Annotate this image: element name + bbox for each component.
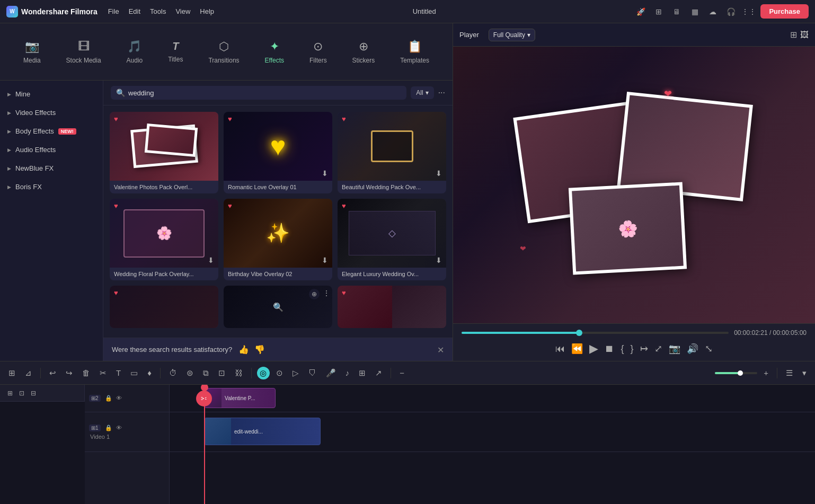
quality-selector[interactable]: Full Quality ▾ [489,29,535,41]
sidebar-item-video-effects[interactable]: ▶ Video Effects [0,103,103,122]
more-options-icon[interactable]: ··· [438,88,445,98]
progress-track[interactable] [462,332,729,334]
shield-button[interactable]: ⛉ [305,366,320,379]
monitor-icon[interactable]: 🖥 [670,5,683,18]
marker-in-button[interactable]: { [621,343,624,355]
lock-icon-1[interactable]: 🔒 [105,425,112,431]
purchase-button[interactable]: Purchase [760,4,809,19]
grid-view-button[interactable]: ⊞ [790,30,797,40]
effect-card-5[interactable]: ♥ ✨ ⬇ Birthday Vibe Overlay 02 [224,199,332,280]
undo-button[interactable]: ↩ [46,366,59,380]
clone-button[interactable]: ⧉ [200,366,212,380]
search-bar: 🔍 All ▾ ··· [103,81,453,105]
fullscreen-button[interactable]: ⤢ [654,343,662,355]
tab-audio[interactable]: 🎵 Audio [118,36,152,68]
eye-icon-2[interactable]: 👁 [116,395,122,401]
export-button[interactable]: ↗ [372,366,385,380]
sidebar-item-body-effects[interactable]: ▶ Body Effects NEW! [0,122,103,140]
track-settings-button[interactable]: ⊡ [16,387,28,399]
sidebar-item-boris-fx[interactable]: ▶ Boris FX [0,178,103,196]
tab-media[interactable]: 📷 Media [15,36,49,68]
zoom-out-button[interactable]: − [396,366,408,379]
effect-card-6[interactable]: ♥ ◇ ⬇ Elegant Luxury Wedding Ov... [338,199,446,280]
stop-button[interactable]: ⏹ [605,343,614,355]
thumbs-down-icon[interactable]: 👎 [254,344,265,355]
settings-button[interactable]: ⤡ [705,343,713,355]
audio-track-button[interactable]: ♪ [342,366,353,379]
subtitle-button[interactable]: ⊡ [215,366,228,380]
render-button[interactable]: ↦ [640,343,648,355]
cloud-icon[interactable]: ☁ [706,5,719,18]
list-view-button[interactable]: ☰ [783,366,796,380]
effect-card-8[interactable]: 🔍 ⊕ ⋮ [224,286,332,328]
valentine-clip[interactable]: Valentine P... [204,388,276,408]
magnet-button[interactable]: ⊿ [22,366,35,380]
step-back-button[interactable]: ⏪ [571,343,583,355]
speed-button[interactable]: ⏱ [166,366,180,379]
screenshot-button[interactable]: 📷 [669,343,680,355]
effect-card-1[interactable]: ♥ Valentine Photos Pack Overl... [110,112,218,193]
search-input[interactable] [128,89,401,97]
progress-handle[interactable] [576,330,582,336]
image-view-button[interactable]: 🖼 [800,30,809,40]
tab-titles[interactable]: T Titles [160,36,191,67]
effect-card-2[interactable]: ♥ ♥ ⬇ Romantic Love Overlay 01 [224,112,332,193]
cut-button[interactable]: ✂ [96,366,110,380]
zoom-handle[interactable] [738,370,743,376]
text-button[interactable]: T [113,366,124,379]
menu-tools[interactable]: Tools [150,7,166,15]
sidebar-item-audio-effects[interactable]: ▶ Audio Effects [0,140,103,159]
redo-button[interactable]: ↪ [63,366,76,380]
stabilize-button[interactable]: ⊜ [183,366,197,380]
tab-transitions[interactable]: ⬡ Transitions [200,36,247,68]
layout-icon[interactable]: ⊞ [652,5,665,18]
menu-edit[interactable]: Edit [129,7,140,15]
rocket-icon[interactable]: 🚀 [634,5,647,18]
effect-card-9[interactable]: ♥ [338,286,446,328]
sidebar-item-mine[interactable]: ▶ Mine [0,85,103,103]
marker-out-button[interactable]: } [631,343,634,355]
tab-filters[interactable]: ⊙ Filters [301,36,335,68]
color-wheel-button[interactable]: ◎ [257,367,270,379]
tab-stickers[interactable]: ⊕ Stickers [344,36,384,68]
eye-icon-1[interactable]: 👁 [116,425,122,431]
video1-clip[interactable]: edit-weddi... [204,418,321,445]
satisfaction-close-button[interactable]: ✕ [437,344,444,355]
menu-help[interactable]: Help [200,7,214,15]
zoom-in-button[interactable]: + [760,366,772,379]
motion-button[interactable]: ▷ [289,366,302,380]
grid-icon[interactable]: ▦ [688,5,701,18]
go-to-start-button[interactable]: ⏮ [555,343,565,355]
track-filter-button[interactable]: ⊟ [28,387,39,399]
split-view-button[interactable]: ⊞ [5,366,19,380]
effect-card-7[interactable]: ♥ [110,286,218,328]
tab-audio-label: Audio [127,57,143,64]
chain-button[interactable]: ⛓ [232,366,246,379]
search-filter-dropdown[interactable]: All ▾ [411,86,433,99]
play-button[interactable]: ▶ [589,342,598,356]
apps-icon[interactable]: ⋮⋮ [742,5,755,18]
menu-view[interactable]: View [175,7,190,15]
plugin-button[interactable]: ⊞ [356,366,369,380]
tab-effects[interactable]: ✦ Effects [256,36,293,68]
thumbs-up-icon[interactable]: 👍 [238,344,249,355]
menu-file[interactable]: File [108,7,119,15]
add-track-button[interactable]: ⊞ [4,387,16,399]
zoom-track[interactable] [715,372,757,374]
sidebar-item-newblue-fx[interactable]: ▶ NewBlue FX [0,159,103,178]
effect-card-3[interactable]: ♥ ⬇ Beautiful Wedding Pack Ove... [338,112,446,193]
mask-button[interactable]: ♦ [144,366,155,379]
effect-card-4[interactable]: ♥ 🌸 ⬇ Wedding Floral Pack Overlay... [110,199,218,280]
mic-button[interactable]: 🎤 [323,366,339,380]
search-input-wrap: 🔍 [111,86,406,100]
headphone-icon[interactable]: 🎧 [724,5,737,18]
tab-templates[interactable]: 📋 Templates [392,36,438,68]
logo-icon: W [6,6,18,17]
delete-button[interactable]: 🗑 [79,366,93,379]
tab-stock-media[interactable]: 🎞 Stock Media [58,36,110,68]
volume-button[interactable]: 🔊 [687,343,698,355]
more-button[interactable]: ▾ [799,366,810,380]
lock-icon-2[interactable]: 🔒 [105,395,112,401]
animation-button[interactable]: ⊙ [273,366,286,380]
crop-button[interactable]: ▭ [127,366,141,380]
